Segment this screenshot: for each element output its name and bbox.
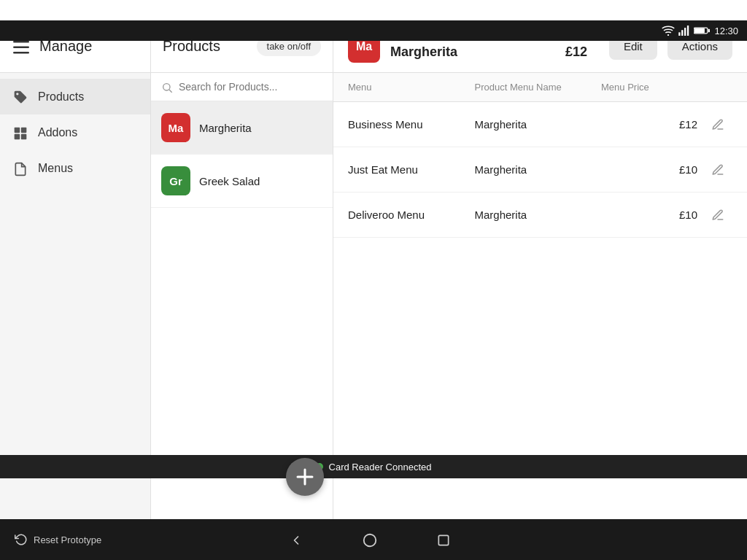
row1-edit-button[interactable] xyxy=(703,117,732,132)
svg-rect-7 xyxy=(708,29,710,33)
reset-prototype-label: Reset Prototype xyxy=(34,534,101,545)
margherita-avatar: Ma xyxy=(161,113,190,142)
add-product-button[interactable] xyxy=(286,458,324,496)
products-nav-label: Products xyxy=(38,90,84,104)
row2-edit-button[interactable] xyxy=(703,162,732,177)
card-reader-bar: Card Reader Connected xyxy=(0,455,747,478)
back-button[interactable] xyxy=(289,532,303,548)
svg-rect-1 xyxy=(679,32,681,36)
base-price-value: £12 xyxy=(565,44,587,60)
menus-nav-label: Menus xyxy=(38,162,73,175)
menu-table: Menu Product Menu Name Menu Price Busine… xyxy=(333,73,747,519)
reset-prototype-button[interactable]: Reset Prototype xyxy=(15,533,101,546)
home-button[interactable] xyxy=(362,531,378,548)
signal-icon xyxy=(678,26,690,36)
svg-rect-12 xyxy=(21,127,27,133)
col-menu: Menu xyxy=(348,82,475,93)
col-menu-price: Menu Price xyxy=(601,82,703,93)
recents-button[interactable] xyxy=(436,532,451,548)
wifi-icon xyxy=(662,26,675,36)
svg-rect-4 xyxy=(687,26,689,36)
svg-rect-14 xyxy=(21,133,27,139)
svg-rect-6 xyxy=(694,28,705,33)
greek-salad-avatar: Gr xyxy=(161,166,190,195)
svg-rect-3 xyxy=(684,28,686,36)
sidebar-item-addons[interactable]: Addons xyxy=(0,114,150,150)
status-icons xyxy=(662,26,710,36)
addons-nav-label: Addons xyxy=(38,126,77,139)
status-time: 12:30 xyxy=(714,26,738,36)
row2-product-menu-name: Margherita xyxy=(475,163,602,176)
search-input[interactable] xyxy=(179,81,322,93)
table-row: Just Eat Menu Margherita £10 xyxy=(333,147,747,192)
table-row: Business Menu Margherita £12 xyxy=(333,102,747,147)
svg-rect-9 xyxy=(13,46,29,48)
addons-icon xyxy=(13,125,28,140)
greek-salad-name: Greek Salad xyxy=(199,175,260,187)
svg-point-19 xyxy=(363,534,376,547)
svg-rect-11 xyxy=(15,127,20,133)
table-row: Deliveroo Menu Margherita £10 xyxy=(333,192,747,238)
products-panel: Products take on/off Ma Margherita xyxy=(151,20,333,519)
row1-menu: Business Menu xyxy=(348,118,475,131)
card-reader-text: Card Reader Connected xyxy=(329,462,432,472)
sidebar-manage: Manage Products xyxy=(0,20,151,519)
sidebar-item-products[interactable]: Products xyxy=(0,79,150,114)
menus-icon xyxy=(13,161,28,176)
col-product-menu-name: Product Menu Name xyxy=(475,82,602,93)
row3-edit-button[interactable] xyxy=(703,207,732,222)
col-actions xyxy=(703,82,732,93)
reset-icon xyxy=(15,533,28,546)
sidebar-nav: Products Addons xyxy=(0,73,150,192)
search-icon xyxy=(161,80,173,93)
row3-product-menu-name: Margherita xyxy=(475,209,602,221)
android-nav-buttons xyxy=(289,531,451,548)
svg-rect-20 xyxy=(438,536,448,545)
row2-menu-price: £10 xyxy=(601,163,703,176)
row3-menu-price: £10 xyxy=(601,209,703,221)
bottom-nav-bar: Reset Prototype xyxy=(0,519,747,560)
detail-product-name: Margherita xyxy=(390,44,535,60)
margherita-name: Margherita xyxy=(199,122,252,134)
svg-rect-8 xyxy=(13,41,29,43)
sidebar-item-menus[interactable]: Menus xyxy=(0,151,150,187)
tag-icon xyxy=(13,89,28,104)
table-header: Menu Product Menu Name Menu Price xyxy=(333,73,747,102)
product-item-greek-salad[interactable]: Gr Greek Salad xyxy=(151,155,333,208)
svg-point-15 xyxy=(163,83,170,90)
row2-menu: Just Eat Menu xyxy=(348,163,475,176)
status-bar: 12:30 xyxy=(0,20,747,41)
row1-product-menu-name: Margherita xyxy=(475,118,602,131)
svg-rect-13 xyxy=(15,133,20,139)
svg-point-0 xyxy=(667,34,669,36)
svg-rect-10 xyxy=(13,52,29,54)
search-bar xyxy=(151,73,333,101)
row1-menu-price: £12 xyxy=(601,118,703,131)
product-item-margherita[interactable]: Ma Margherita xyxy=(151,101,333,155)
detail-panel: Ma Base Product Name Margherita Base Pri… xyxy=(333,20,747,519)
svg-rect-2 xyxy=(682,30,684,36)
battery-icon xyxy=(694,26,710,35)
row3-menu: Deliveroo Menu xyxy=(348,209,475,221)
svg-line-16 xyxy=(169,90,172,93)
